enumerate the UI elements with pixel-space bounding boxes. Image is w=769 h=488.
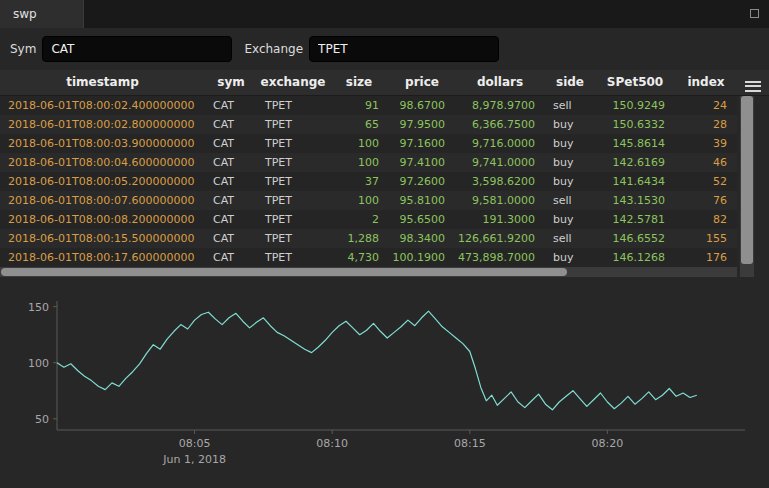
cell-timestamp: 2018-06-01T08:00:04.600000000 — [0, 153, 205, 172]
cell-sym: CAT — [205, 248, 257, 267]
cell-size: 2 — [329, 210, 389, 229]
cell-exchange: TPET — [257, 210, 329, 229]
cell-spet500: 141.6434 — [595, 172, 675, 191]
cell-index: 24 — [675, 96, 737, 115]
column-header-dollars[interactable]: dollars — [455, 70, 545, 95]
cell-spet500: 150.6332 — [595, 115, 675, 134]
cell-index: 28 — [675, 115, 737, 134]
cell-spet500: 143.1530 — [595, 191, 675, 210]
cell-exchange: TPET — [257, 115, 329, 134]
cell-timestamp: 2018-06-01T08:00:02.400000000 — [0, 96, 205, 115]
table-row[interactable]: 2018-06-01T08:00:05.200000000CATTPET3797… — [0, 172, 737, 191]
cell-exchange: TPET — [257, 248, 329, 267]
h-scrollbar-thumb[interactable] — [1, 268, 567, 276]
y-tick-label: 50 — [35, 413, 49, 426]
cell-sym: CAT — [205, 191, 257, 210]
cell-index: 46 — [675, 153, 737, 172]
cell-exchange: TPET — [257, 229, 329, 248]
table-row[interactable]: 2018-06-01T08:00:02.800000000CATTPET6597… — [0, 115, 737, 134]
cell-dollars: 191.3000 — [455, 210, 545, 229]
cell-index: 176 — [675, 248, 737, 267]
cell-side: buy — [545, 172, 595, 191]
cell-price: 97.1600 — [389, 134, 455, 153]
form-row: Sym Exchange — [0, 28, 769, 70]
sym-input[interactable] — [42, 36, 232, 62]
sym-label: Sym — [10, 42, 36, 56]
x-tick-label: 08:15 — [454, 437, 486, 450]
cell-spet500: 146.6552 — [595, 229, 675, 248]
cell-side: buy — [545, 134, 595, 153]
cell-size: 1,288 — [329, 229, 389, 248]
cell-side: buy — [545, 248, 595, 267]
cell-exchange: TPET — [257, 153, 329, 172]
cell-sym: CAT — [205, 134, 257, 153]
cell-spet500: 146.1268 — [595, 248, 675, 267]
cell-exchange: TPET — [257, 172, 329, 191]
cell-size: 91 — [329, 96, 389, 115]
cell-dollars: 3,598.6200 — [455, 172, 545, 191]
data-table: timestampsymexchangesizepricedollarsside… — [0, 70, 769, 277]
cell-size: 37 — [329, 172, 389, 191]
exchange-label: Exchange — [244, 42, 303, 56]
x-tick-label: 08:20 — [592, 437, 624, 450]
cell-timestamp: 2018-06-01T08:00:15.500000000 — [0, 229, 205, 248]
column-header-size[interactable]: size — [329, 70, 389, 95]
column-header-index[interactable]: index — [675, 70, 737, 95]
cell-sym: CAT — [205, 96, 257, 115]
exchange-input[interactable] — [309, 36, 499, 62]
cell-price: 97.9500 — [389, 115, 455, 134]
table-row[interactable]: 2018-06-01T08:00:17.600000000CATTPET4,73… — [0, 248, 737, 267]
v-scrollbar-thumb[interactable] — [741, 96, 753, 264]
table-row[interactable]: 2018-06-01T08:00:02.400000000CATTPET9198… — [0, 96, 737, 115]
maximize-icon[interactable] — [750, 9, 759, 18]
y-tick-label: 150 — [28, 301, 49, 314]
window-tab-title: swp — [13, 7, 37, 21]
cell-dollars: 473,898.7000 — [455, 248, 545, 267]
cell-dollars: 6,366.7500 — [455, 115, 545, 134]
cell-side: sell — [545, 96, 595, 115]
table-row[interactable]: 2018-06-01T08:00:04.600000000CATTPET1009… — [0, 153, 737, 172]
cell-spet500: 142.6169 — [595, 153, 675, 172]
menu-button[interactable] — [737, 70, 769, 96]
cell-side: buy — [545, 153, 595, 172]
price-line-series — [57, 311, 697, 410]
cell-price: 100.1900 — [389, 248, 455, 267]
cell-price: 95.8100 — [389, 191, 455, 210]
cell-sym: CAT — [205, 210, 257, 229]
table-row[interactable]: 2018-06-01T08:00:03.900000000CATTPET1009… — [0, 134, 737, 153]
price-chart[interactable]: 5010015008:0508:1008:1508:20Jun 1, 2018 — [0, 293, 769, 473]
cell-price: 95.6500 — [389, 210, 455, 229]
cell-sym: CAT — [205, 153, 257, 172]
v-scrollbar[interactable] — [740, 96, 754, 277]
table-row[interactable]: 2018-06-01T08:00:08.200000000CATTPET295.… — [0, 210, 737, 229]
h-scrollbar[interactable] — [0, 267, 737, 277]
table-row[interactable]: 2018-06-01T08:00:15.500000000CATTPET1,28… — [0, 229, 737, 248]
cell-price: 97.4100 — [389, 153, 455, 172]
table-header: timestampsymexchangesizepricedollarsside… — [0, 70, 769, 96]
column-header-sym[interactable]: sym — [205, 70, 257, 95]
cell-spet500: 145.8614 — [595, 134, 675, 153]
column-header-spet500[interactable]: SPet500 — [595, 70, 675, 95]
cell-exchange: TPET — [257, 96, 329, 115]
table-row[interactable]: 2018-06-01T08:00:07.600000000CATTPET1009… — [0, 191, 737, 210]
cell-index: 76 — [675, 191, 737, 210]
x-tick-label: 08:05 — [179, 437, 211, 450]
chart-section: 5010015008:0508:1008:1508:20Jun 1, 2018 — [0, 293, 769, 477]
column-header-timestamp[interactable]: timestamp — [0, 70, 205, 95]
cell-dollars: 8,978.9700 — [455, 96, 545, 115]
cell-size: 100 — [329, 153, 389, 172]
column-header-side[interactable]: side — [545, 70, 595, 95]
cell-sym: CAT — [205, 172, 257, 191]
column-header-price[interactable]: price — [389, 70, 455, 95]
cell-index: 52 — [675, 172, 737, 191]
cell-dollars: 126,661.9200 — [455, 229, 545, 248]
column-header-exchange[interactable]: exchange — [257, 70, 329, 95]
cell-exchange: TPET — [257, 134, 329, 153]
cell-price: 97.2600 — [389, 172, 455, 191]
window-tab-swp[interactable]: swp — [0, 0, 84, 28]
cell-spet500: 150.9249 — [595, 96, 675, 115]
cell-index: 155 — [675, 229, 737, 248]
cell-side: sell — [545, 191, 595, 210]
cell-dollars: 9,581.0000 — [455, 191, 545, 210]
cell-dollars: 9,716.0000 — [455, 134, 545, 153]
